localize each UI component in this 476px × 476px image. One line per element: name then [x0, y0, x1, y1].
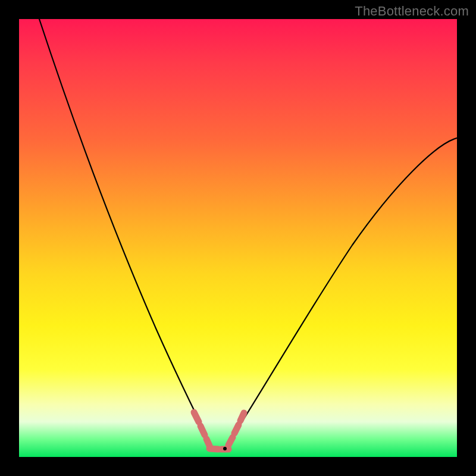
plot-area [19, 19, 457, 457]
svg-line-0 [194, 412, 199, 422]
svg-line-3 [209, 449, 218, 449]
svg-line-2 [206, 439, 209, 446]
chart-frame: TheBottleneck.com [0, 0, 476, 476]
valley-highlight [194, 412, 244, 449]
svg-line-7 [240, 413, 244, 421]
svg-line-5 [228, 437, 233, 445]
svg-line-6 [234, 425, 239, 433]
svg-line-1 [201, 426, 205, 435]
valley-min-dot [223, 447, 227, 450]
curve-layer [19, 19, 457, 457]
curve-right [225, 138, 457, 449]
watermark-text: TheBottleneck.com [355, 4, 469, 19]
curve-left [39, 19, 212, 447]
